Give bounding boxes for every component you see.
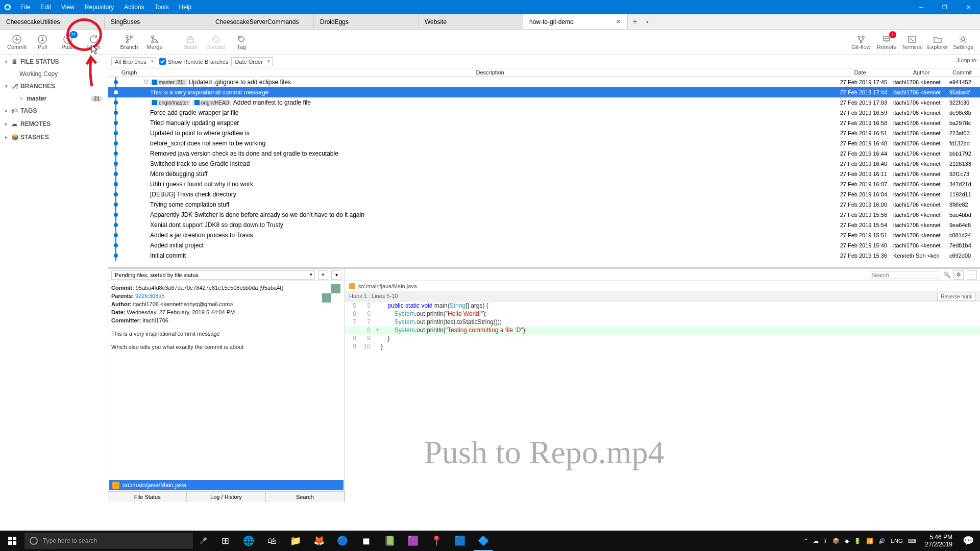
sidebar-workingcopy[interactable]: Working Copy [0, 68, 108, 80]
tray-onedrive-icon[interactable]: ☁ [813, 538, 819, 544]
add-tab-button[interactable]: ＋ [628, 14, 642, 29]
commit-button[interactable]: Commit [4, 30, 30, 55]
diff-search-input[interactable] [869, 271, 940, 279]
commit-row[interactable]: Force add gradle-wrapper jar file27 Feb … [108, 108, 980, 118]
window-maximize-icon[interactable]: ❐ [933, 0, 957, 14]
menu-file[interactable]: File [15, 0, 35, 14]
app-icon-3[interactable]: 🟪 [401, 531, 425, 551]
tray-chevron-icon[interactable]: ⌃ [803, 538, 808, 544]
jump-to-label[interactable]: Jump to: [957, 57, 978, 63]
discard-button[interactable]: Discard [203, 30, 229, 55]
tag-button[interactable]: Tag [229, 30, 254, 55]
commit-row[interactable]: Updated to point to where gradlew is27 F… [108, 128, 980, 138]
notifications-icon[interactable]: 💬 [957, 531, 980, 551]
commit-row[interactable]: Initial commit27 Feb 2019 15:36Kenneth S… [108, 251, 980, 261]
close-tab-icon[interactable]: ✕ [616, 18, 621, 26]
menu-tools[interactable]: Tools [150, 0, 174, 14]
window-close-icon[interactable]: ✕ [957, 0, 980, 14]
app-icon-1[interactable]: ◼ [354, 531, 378, 551]
commit-row[interactable]: Trying some compilation stuff27 Feb 2019… [108, 199, 980, 210]
changed-file[interactable]: src/main/java/Main.java [109, 480, 344, 490]
settings-button[interactable]: Settings [950, 30, 976, 55]
tab-singbuses[interactable]: SingBuses [105, 14, 209, 29]
edge-icon[interactable]: 🌐 [237, 531, 260, 551]
commit-row[interactable]: This is a very inspirational commit mess… [108, 87, 980, 97]
btab-log[interactable]: Log / History [187, 492, 265, 502]
tab-serverc[interactable]: CheesecakeServerCommands [209, 14, 314, 29]
commit-row[interactable]: Added initial project27 Feb 2019 15:40it… [108, 240, 980, 251]
app-icon-2[interactable]: 📗 [378, 531, 401, 551]
menu-actions[interactable]: Actions [119, 0, 149, 14]
tray-app-icon[interactable]: ◆ [845, 538, 849, 544]
gitflow-button[interactable]: Git-flow [848, 30, 874, 55]
maps-icon[interactable]: 📍 [425, 531, 448, 551]
merge-button[interactable]: Merge [142, 30, 167, 55]
commit-row[interactable]: More debugging stuff27 Feb 2019 16:11ita… [108, 169, 980, 179]
commit-row[interactable]: Uhh i guess i found out why it no work27… [108, 179, 980, 189]
tray-keyboard-icon[interactable]: ⌨ [908, 538, 916, 544]
branch-button[interactable]: Branch [116, 30, 142, 55]
tab-cheesecakeutilities[interactable]: CheesecakeUtilities [0, 14, 105, 29]
remote-button[interactable]: 1Remote [874, 30, 899, 55]
more-icon[interactable]: ⋯ [967, 270, 977, 280]
commit-row[interactable]: master21Updated .gitignore to add eclips… [108, 77, 980, 87]
explorer-button[interactable]: Explorer [925, 30, 950, 55]
btab-filestatus[interactable]: File Status [108, 492, 187, 502]
store-icon[interactable]: 🛍 [260, 531, 284, 551]
parent-link[interactable]: 922fc308a5 [135, 293, 165, 299]
commit-row[interactable]: Apparently JDK Switcher is done before a… [108, 210, 980, 220]
taskbar-clock[interactable]: 5:46 PM27/2/2019 [921, 534, 957, 548]
commit-row[interactable]: origin/masterorigin/HEADAdded manifest t… [108, 97, 980, 108]
chrome-icon[interactable]: 🔵 [331, 531, 354, 551]
sidebar-stashes[interactable]: ▸📦STASHES [0, 131, 108, 144]
tray-bluetooth-icon[interactable]: ᛒ [824, 538, 827, 544]
sourcetree-icon[interactable]: 🔷 [472, 531, 495, 551]
mic-icon[interactable]: 🎤 [193, 537, 213, 544]
pending-dropdown[interactable]: Pending files, sorted by file status [111, 270, 315, 280]
menu-repository[interactable]: Repository [80, 0, 119, 14]
order-dropdown[interactable]: Date Order [231, 57, 272, 66]
commit-row[interactable]: Tried manually updating wrapper27 Feb 20… [108, 118, 980, 128]
tab-droideggs[interactable]: DroidEggs [314, 14, 419, 29]
tabs-dropdown-icon[interactable]: ▾ [642, 14, 652, 29]
sidebar-branch-master[interactable]: ○master21 [0, 93, 108, 104]
terminal-button[interactable]: Terminal [899, 30, 925, 55]
push-button[interactable]: 21Push [55, 30, 81, 55]
sidebar-filestatus[interactable]: ▾🖥FILE STATUS [0, 55, 108, 68]
tray-wifi-icon[interactable]: 📶 [866, 538, 873, 544]
taskbar-search[interactable]: Type here to search [24, 533, 193, 549]
commit-row[interactable]: Switched track to use Gradle instead27 F… [108, 159, 980, 169]
tab-howtogit[interactable]: how-to-git-demo✕ [523, 14, 628, 29]
commit-row[interactable]: [DEBUG] Travis check directory27 Feb 201… [108, 189, 980, 199]
firefox-icon[interactable]: 🦊 [307, 531, 331, 551]
commit-row[interactable]: Xenial dont support JDK8 so drop down to… [108, 220, 980, 230]
view-options-icon[interactable]: ▾ [331, 270, 341, 280]
commit-row[interactable]: Removed java version check as its done a… [108, 148, 980, 159]
tray-battery-icon[interactable]: 🔋 [854, 538, 861, 544]
reverse-hunk-button[interactable]: Reverse hunk [937, 293, 976, 300]
system-tray[interactable]: ⌃ ☁ ᛒ 📦 ◆ 🔋 📶 🔊 ENG ⌨ [798, 538, 921, 544]
sidebar-remotes[interactable]: ▸☁REMOTES [0, 117, 108, 131]
search-icon[interactable]: 🔍 [943, 271, 950, 278]
view-list-icon[interactable]: ≡ [318, 270, 328, 280]
taskview-icon[interactable]: ⊞ [213, 531, 237, 551]
tray-volume-icon[interactable]: 🔊 [878, 538, 886, 544]
menu-view[interactable]: View [56, 0, 80, 14]
pull-button[interactable]: Pull [30, 30, 55, 55]
menu-help[interactable]: Help [174, 0, 197, 14]
app-icon-4[interactable]: 🟦 [448, 531, 472, 551]
menu-edit[interactable]: Edit [35, 0, 56, 14]
gear-icon[interactable]: ⚙ [953, 270, 964, 280]
branch-filter-dropdown[interactable]: All Branches [111, 57, 156, 66]
sidebar-branches[interactable]: ▾⎇BRANCHES [0, 80, 108, 93]
commit-row[interactable]: before_script does not seem to be workin… [108, 138, 980, 148]
tray-lang[interactable]: ENG [891, 538, 903, 544]
tab-website[interactable]: Website [419, 14, 523, 29]
start-button[interactable] [0, 537, 24, 545]
window-minimize-icon[interactable]: ─ [910, 0, 933, 14]
sidebar-tags[interactable]: ▸🏷TAGS [0, 104, 108, 117]
tray-dropbox-icon[interactable]: 📦 [832, 538, 840, 544]
explorer-icon[interactable]: 📁 [284, 531, 307, 551]
commit-row[interactable]: Added a jar creation process to Travis27… [108, 230, 980, 240]
show-remote-checkbox[interactable]: Show Remote Branches [159, 58, 229, 65]
